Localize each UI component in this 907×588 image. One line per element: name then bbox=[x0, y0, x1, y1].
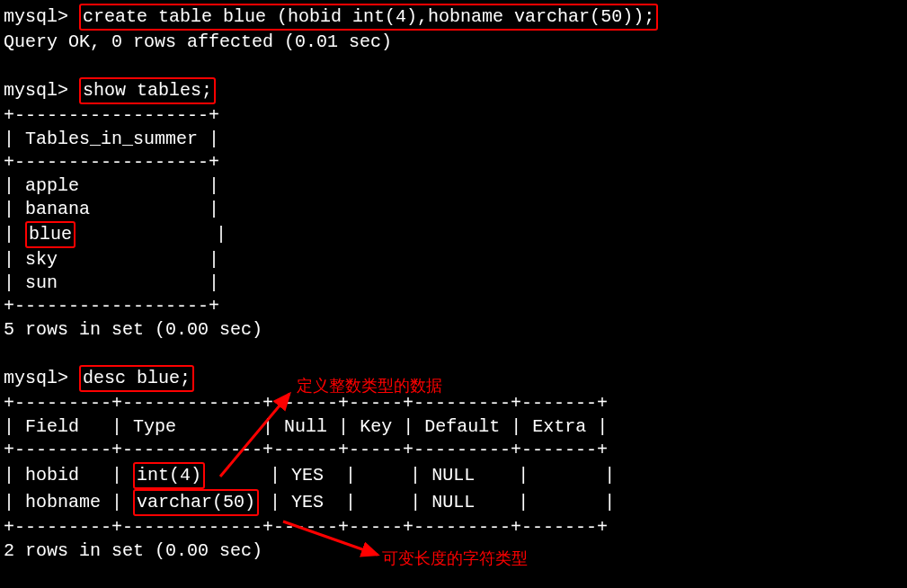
prompt: mysql> bbox=[4, 368, 68, 388]
table-row: | banana | bbox=[4, 198, 903, 221]
command-line-show: mysql> show tables; bbox=[4, 77, 903, 104]
annotation-varchar-type: 可变长度的字符类型 bbox=[382, 548, 528, 569]
desc-separator: +---------+-------------+------+-----+--… bbox=[4, 516, 903, 539]
table-separator: +------------------+ bbox=[4, 295, 903, 318]
table-row: | sun | bbox=[4, 272, 903, 295]
desc-separator: +---------+-------------+------+-----+--… bbox=[4, 392, 903, 415]
table-separator: +------------------+ bbox=[4, 104, 903, 128]
desc-header-row: | Field | Type | Null | Key | Default | … bbox=[4, 415, 903, 439]
table-header-row: | Tables_in_summer | bbox=[4, 128, 903, 151]
desc-row: | hobname | varchar(50) | YES | | NULL |… bbox=[4, 489, 903, 516]
command-line-create: mysql> create table blue (hobid int(4),h… bbox=[4, 4, 903, 31]
varchar-type-highlight: varchar(50) bbox=[133, 489, 259, 516]
int-type-highlight: int(4) bbox=[133, 462, 205, 489]
desc-row: | hobid | int(4) | YES | | NULL | | bbox=[4, 462, 903, 489]
show-tables-command: show tables; bbox=[79, 77, 216, 104]
prompt: mysql> bbox=[4, 6, 68, 27]
desc-separator: +---------+-------------+------+-----+--… bbox=[4, 439, 903, 462]
table-row: | sky | bbox=[4, 248, 903, 272]
rows-in-set: 5 rows in set (0.00 sec) bbox=[4, 318, 903, 342]
prompt: mysql> bbox=[4, 80, 68, 101]
terminal-output: mysql> create table blue (hobid int(4),h… bbox=[4, 4, 903, 563]
desc-command: desc blue; bbox=[79, 365, 194, 392]
query-result: Query OK, 0 rows affected (0.01 sec) bbox=[4, 31, 903, 54]
annotation-int-type: 定义整数类型的数据 bbox=[297, 376, 442, 396]
create-table-command: create table blue (hobid int(4),hobname … bbox=[79, 4, 658, 31]
highlighted-table-blue: blue bbox=[25, 221, 76, 248]
table-separator: +------------------+ bbox=[4, 151, 903, 174]
table-row: | blue | bbox=[4, 221, 903, 248]
table-row: | apple | bbox=[4, 174, 903, 198]
tables-header: Tables_in_summer bbox=[25, 129, 198, 149]
command-line-desc: mysql> desc blue; bbox=[4, 365, 903, 392]
